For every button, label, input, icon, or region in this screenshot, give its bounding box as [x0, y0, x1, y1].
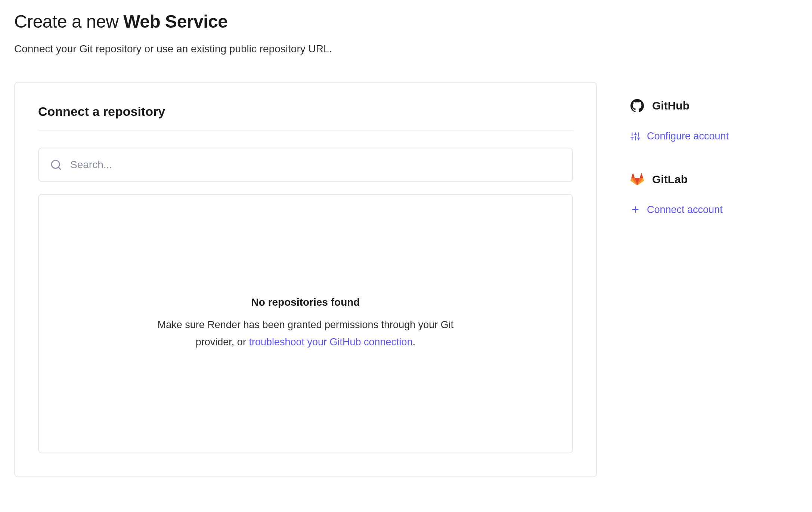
search-icon [50, 159, 62, 171]
connect-gitlab-label: Connect account [647, 204, 723, 216]
plus-icon [630, 205, 640, 215]
provider-name-github: GitHub [652, 99, 689, 112]
provider-header-gitlab: GitLab [630, 173, 791, 186]
page-title-prefix: Create a new [14, 12, 123, 31]
page-subtitle: Connect your Git repository or use an ex… [14, 43, 798, 55]
search-input[interactable] [70, 148, 561, 181]
empty-body-suffix: . [413, 336, 416, 348]
empty-state-title: No repositories found [251, 296, 360, 308]
search-field-wrap[interactable] [38, 148, 573, 182]
provider-github: GitHub Configure account [630, 99, 791, 143]
provider-name-gitlab: GitLab [652, 173, 688, 186]
connect-repo-card: Connect a repository No repositories fou… [14, 82, 597, 477]
configure-github-label: Configure account [647, 130, 729, 142]
provider-header-github: GitHub [630, 99, 791, 112]
sliders-icon [630, 132, 640, 141]
repository-list-empty: No repositories found Make sure Render h… [38, 194, 573, 453]
page-title-strong: Web Service [123, 12, 227, 31]
page-title: Create a new Web Service [14, 11, 798, 32]
section-heading: Connect a repository [38, 104, 573, 119]
gitlab-icon [630, 173, 644, 186]
divider [38, 130, 573, 130]
svg-line-1 [58, 167, 61, 169]
connect-gitlab-button[interactable]: Connect account [630, 204, 723, 216]
github-icon [630, 99, 644, 112]
provider-gitlab: GitLab Connect account [630, 173, 791, 216]
troubleshoot-link[interactable]: troubleshoot your GitHub connection [249, 336, 412, 348]
configure-github-button[interactable]: Configure account [630, 130, 729, 142]
providers-sidebar: GitHub Configure account [630, 82, 791, 246]
empty-state-body: Make sure Render has been granted permis… [152, 317, 459, 351]
